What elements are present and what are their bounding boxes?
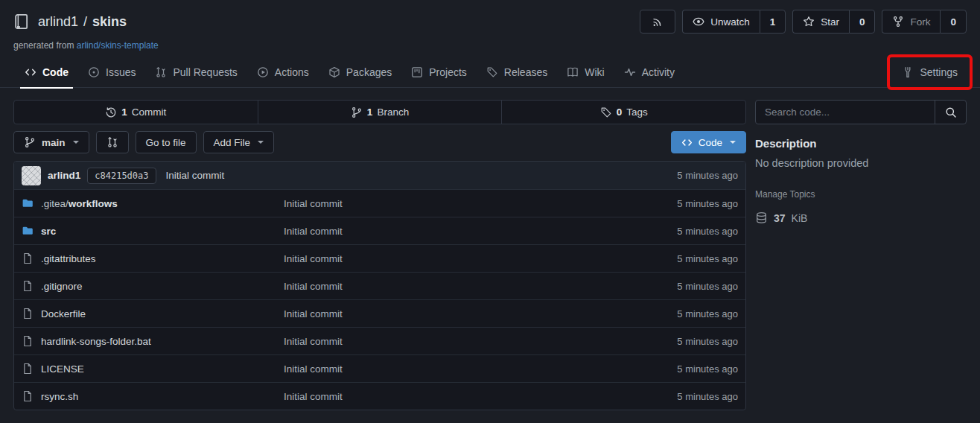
file-toolbar: main Go to file Add File Code [13, 131, 746, 153]
file-link[interactable]: .gitea/workflows [41, 198, 118, 209]
generated-from-label: generated from [13, 40, 74, 51]
fork-count[interactable]: 0 [940, 10, 967, 34]
row-commit-message[interactable]: Initial commit [284, 363, 343, 375]
repo-icon [13, 13, 30, 30]
table-row[interactable]: rsync.sh Initial commit 5 minutes ago [14, 382, 745, 410]
table-row[interactable]: LICENSE Initial commit 5 minutes ago [14, 354, 745, 382]
chevron-down-icon [258, 141, 264, 144]
table-row[interactable]: .gitignore Initial commit 5 minutes ago [14, 272, 745, 299]
row-commit-message[interactable]: Initial commit [284, 308, 343, 319]
repo-size: 37 KiB [755, 212, 967, 224]
repo-name-link[interactable]: skins [92, 14, 127, 30]
table-row[interactable]: Dockerfile Initial commit 5 minutes ago [14, 299, 745, 327]
tab-wiki[interactable]: Wiki [557, 57, 614, 88]
file-icon [22, 335, 34, 347]
pull-request-icon [155, 66, 167, 78]
row-commit-message[interactable]: Initial commit [284, 198, 343, 209]
repo-size-value: 37 [774, 212, 786, 224]
row-commit-message[interactable]: Initial commit [284, 253, 343, 264]
row-commit-time: 5 minutes ago [677, 281, 738, 292]
row-commit-message[interactable]: Initial commit [284, 281, 343, 292]
page-title: arlind1 / skins [38, 14, 127, 30]
search-input[interactable] [756, 101, 935, 124]
code-download-button[interactable]: Code [671, 131, 746, 153]
repo-header: arlind1 / skins Unwatch 1 [0, 0, 980, 51]
star-label: Star [821, 16, 839, 28]
branches-stat[interactable]: 1Branch [258, 101, 502, 124]
tags-stat[interactable]: 0Tags [501, 101, 745, 124]
commit-hash-badge[interactable]: c84215d0a3 [87, 168, 156, 184]
watch-count[interactable]: 1 [760, 10, 786, 34]
file-icon [22, 308, 34, 319]
star-button[interactable]: Star [792, 10, 849, 34]
tab-issues[interactable]: Issues [78, 57, 145, 88]
row-commit-time: 5 minutes ago [677, 336, 738, 347]
star-group: Star 0 [792, 10, 875, 34]
file-link[interactable]: Dockerfile [41, 308, 86, 319]
package-icon [328, 66, 340, 78]
compare-button[interactable] [96, 131, 129, 153]
tab-code[interactable]: Code [15, 57, 78, 88]
template-link[interactable]: arlind/skins-template [77, 40, 159, 51]
star-count[interactable]: 0 [849, 10, 876, 34]
branch-selector[interactable]: main [13, 131, 89, 153]
table-row[interactable]: .gitea/workflows Initial commit 5 minute… [14, 189, 745, 217]
unwatch-button[interactable]: Unwatch [682, 10, 760, 34]
tools-icon [902, 66, 914, 78]
file-link[interactable]: .gitattributes [41, 253, 96, 264]
repo-sidebar: Description No description provided Mana… [755, 100, 967, 224]
issue-icon [88, 66, 100, 78]
row-commit-message[interactable]: Initial commit [284, 336, 343, 347]
file-link[interactable]: hardlink-songs-folder.bat [41, 336, 151, 347]
tab-releases[interactable]: Releases [477, 57, 557, 88]
commits-stat[interactable]: 1Commit [14, 101, 258, 124]
file-icon [22, 363, 34, 375]
avatar[interactable] [22, 166, 41, 185]
file-link[interactable]: rsync.sh [41, 391, 78, 402]
go-to-file-button[interactable]: Go to file [136, 131, 197, 153]
branch-icon [351, 106, 363, 118]
table-row[interactable]: .gitattributes Initial commit 5 minutes … [14, 244, 745, 272]
row-commit-time: 5 minutes ago [677, 226, 738, 237]
chevron-down-icon [730, 141, 736, 144]
row-commit-message[interactable]: Initial commit [284, 226, 343, 237]
tab-actions[interactable]: Actions [247, 57, 319, 88]
tab-packages[interactable]: Packages [319, 57, 401, 88]
code-icon [681, 137, 693, 148]
row-commit-message[interactable]: Initial commit [284, 391, 343, 402]
file-link[interactable]: LICENSE [41, 363, 84, 375]
play-circle-icon [257, 66, 269, 78]
tag-icon [486, 66, 498, 78]
add-file-button[interactable]: Add File [203, 131, 275, 153]
table-row[interactable]: hardlink-songs-folder.bat Initial commit… [14, 327, 745, 354]
fork-label: Fork [910, 16, 930, 28]
repo-stats-bar: 1Commit 1Branch 0Tags [13, 100, 746, 124]
file-link[interactable]: src [41, 226, 56, 237]
search-button[interactable] [935, 101, 966, 124]
tab-pull-requests[interactable]: Pull Requests [145, 57, 246, 88]
fork-button[interactable]: Fork [882, 10, 940, 34]
tab-activity[interactable]: Activity [614, 57, 684, 88]
file-table: arlind1 c84215d0a3 Initial commit 5 minu… [13, 161, 746, 410]
chevron-down-icon [73, 141, 79, 144]
manage-topics-link[interactable]: Manage Topics [755, 189, 815, 200]
rss-icon [652, 16, 664, 28]
row-commit-time: 5 minutes ago [677, 391, 738, 402]
file-link[interactable]: .gitignore [41, 281, 83, 292]
commit-message-link[interactable]: Initial commit [166, 170, 225, 181]
repo-title-separator: / [83, 14, 87, 30]
repo-owner-link[interactable]: arlind1 [38, 14, 78, 30]
commit-author-link[interactable]: arlind1 [48, 170, 80, 181]
tab-settings[interactable]: Settings [892, 58, 967, 86]
table-row[interactable]: src Initial commit 5 minutes ago [14, 217, 745, 244]
rss-button[interactable] [640, 10, 675, 34]
description-text: No description provided [755, 157, 967, 169]
annotation-box: Settings [887, 54, 973, 90]
description-title: Description [755, 137, 967, 150]
history-icon [105, 106, 117, 118]
unwatch-label: Unwatch [710, 16, 750, 28]
branch-icon [24, 136, 36, 148]
fork-group: Fork 0 [882, 10, 967, 34]
watch-group: Unwatch 1 [682, 10, 786, 34]
tab-projects[interactable]: Projects [401, 57, 477, 88]
